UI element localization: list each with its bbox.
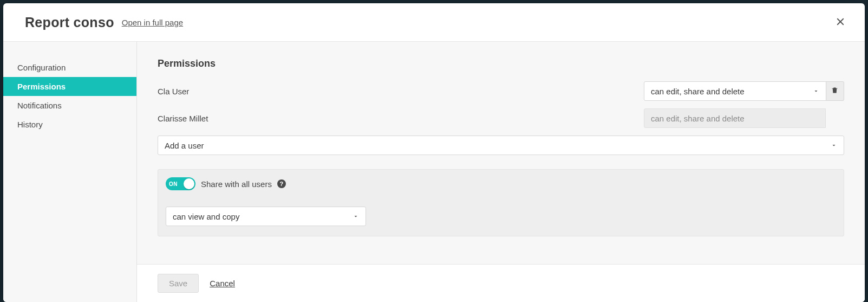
permission-row: Clarisse Millet can edit, share and dele… <box>158 108 844 128</box>
section-title: Permissions <box>158 58 844 69</box>
sidebar-item-permissions[interactable]: Permissions <box>3 77 136 96</box>
sidebar-item-configuration[interactable]: Configuration <box>3 58 136 77</box>
share-all-header: ON Share with all users ? <box>166 177 836 190</box>
share-all-label: Share with all users <box>201 179 272 189</box>
open-in-full-page-link[interactable]: Open in full page <box>122 18 183 27</box>
share-all-permission-value: can view and copy <box>173 212 348 221</box>
remove-user-button[interactable] <box>826 81 844 101</box>
trash-icon <box>831 86 839 96</box>
save-button[interactable]: Save <box>158 274 199 293</box>
footer: Save Cancel <box>137 264 865 302</box>
permission-select[interactable]: can edit, share and delete <box>644 81 826 101</box>
chevron-down-icon <box>813 88 819 94</box>
dialog-header: Report conso Open in full page <box>3 3 865 42</box>
share-all-permission: can view and copy <box>166 207 366 226</box>
share-all-block: ON Share with all users ? can view and c… <box>158 169 844 236</box>
dialog: Report conso Open in full page Configura… <box>3 3 865 302</box>
sidebar-item-label: Configuration <box>17 63 66 72</box>
sidebar-item-notifications[interactable]: Notifications <box>3 96 136 115</box>
add-user-placeholder: Add a user <box>165 141 826 150</box>
sidebar: Configuration Permissions Notifications … <box>3 42 137 302</box>
remove-user-placeholder <box>826 108 844 128</box>
chevron-down-icon <box>353 213 359 220</box>
toggle-on-label: ON <box>169 181 178 187</box>
sidebar-item-label: Notifications <box>17 101 62 110</box>
permission-select-value: can edit, share and delete <box>651 87 808 96</box>
permission-controls: can edit, share and delete <box>644 108 844 128</box>
sidebar-item-history[interactable]: History <box>3 115 136 134</box>
sidebar-item-label: Permissions <box>17 82 66 91</box>
cancel-button[interactable]: Cancel <box>210 279 235 288</box>
main-inner: Permissions Cla User can edit, share and… <box>137 42 865 248</box>
close-button[interactable] <box>831 13 850 31</box>
permission-user-name: Cla User <box>158 87 644 96</box>
toggle-knob <box>184 178 194 189</box>
add-user-select[interactable]: Add a user <box>158 136 844 155</box>
close-icon <box>836 17 845 28</box>
permission-select-value: can edit, share and delete <box>651 114 819 123</box>
dialog-title: Report conso <box>25 15 114 30</box>
add-user-row: Add a user <box>158 136 844 155</box>
share-all-toggle[interactable]: ON <box>166 177 195 190</box>
share-all-permission-select[interactable]: can view and copy <box>166 207 366 226</box>
permission-user-name: Clarisse Millet <box>158 114 644 123</box>
help-icon[interactable]: ? <box>277 179 286 188</box>
chevron-down-icon <box>831 142 837 149</box>
main-panel: Permissions Cla User can edit, share and… <box>137 42 865 302</box>
sidebar-item-label: History <box>17 120 43 129</box>
dialog-body: Configuration Permissions Notifications … <box>3 42 865 302</box>
permission-row: Cla User can edit, share and delete <box>158 81 844 101</box>
permission-select-disabled: can edit, share and delete <box>644 108 826 128</box>
permission-controls: can edit, share and delete <box>644 81 844 101</box>
